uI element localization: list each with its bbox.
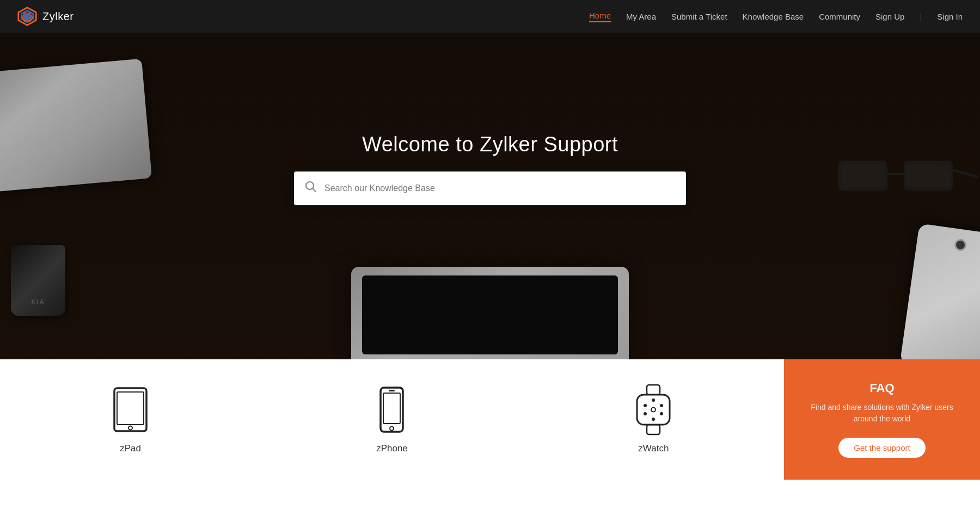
svg-point-18 (660, 412, 663, 415)
navbar: Zylker Home My Area Submit a Ticket Know… (0, 0, 980, 33)
zylker-logo-icon (17, 7, 37, 26)
nav-divider: | (920, 12, 922, 21)
svg-point-19 (652, 418, 655, 421)
zphone-icon (370, 385, 414, 434)
zwatch-label: zWatch (638, 443, 669, 454)
svg-rect-14 (647, 425, 660, 434)
glasses-decoration (817, 152, 980, 218)
svg-rect-10 (383, 393, 400, 424)
zwatch-icon (632, 385, 675, 434)
svg-point-8 (128, 426, 132, 430)
svg-point-16 (652, 399, 655, 402)
zpad-icon (109, 385, 152, 434)
svg-point-22 (651, 408, 656, 412)
svg-point-20 (644, 412, 647, 415)
nav-submit-ticket[interactable]: Submit a Ticket (671, 12, 727, 21)
nav-my-area[interactable]: My Area (626, 12, 656, 21)
search-input[interactable] (324, 183, 675, 193)
svg-rect-12 (389, 390, 395, 391)
brand-logo[interactable]: Zylker (17, 7, 74, 26)
svg-point-21 (644, 404, 647, 407)
product-card-zpad[interactable]: zPad (0, 359, 261, 480)
svg-point-11 (390, 427, 394, 431)
faq-description: Find and share solutions with Zylker use… (800, 402, 964, 425)
search-bar[interactable] (294, 171, 686, 205)
bottom-section: zPad zPhone (0, 359, 980, 480)
cup-decoration (11, 245, 65, 316)
faq-title: FAQ (869, 381, 894, 395)
zpad-label: zPad (120, 443, 141, 454)
hero-title: Welcome to Zylker Support (362, 133, 618, 156)
product-cards: zPad zPhone (0, 359, 784, 480)
product-card-zwatch[interactable]: zWatch (523, 359, 784, 480)
brand-name: Zylker (42, 10, 74, 23)
faq-panel: FAQ Find and share solutions with Zylker… (784, 359, 980, 480)
svg-line-5 (313, 188, 316, 192)
nav-home[interactable]: Home (589, 11, 611, 22)
nav-community[interactable]: Community (819, 12, 860, 21)
nav-links: Home My Area Submit a Ticket Knowledge B… (589, 11, 963, 22)
search-icon (305, 181, 317, 196)
hero-section: Welcome to Zylker Support (0, 33, 980, 359)
faq-button[interactable]: Get the support (838, 438, 925, 458)
nav-knowledge-base[interactable]: Knowledge Base (743, 12, 804, 21)
nav-signin[interactable]: Sign In (937, 12, 963, 21)
hero-content: Welcome to Zylker Support (294, 133, 686, 205)
product-card-zphone[interactable]: zPhone (261, 359, 523, 480)
zphone-label: zPhone (376, 443, 408, 454)
laptop-decoration (0, 59, 152, 192)
tablet-decoration (351, 267, 629, 359)
svg-rect-7 (117, 392, 144, 425)
svg-rect-13 (647, 385, 660, 395)
nav-signup[interactable]: Sign Up (875, 12, 904, 21)
svg-point-17 (660, 404, 663, 407)
